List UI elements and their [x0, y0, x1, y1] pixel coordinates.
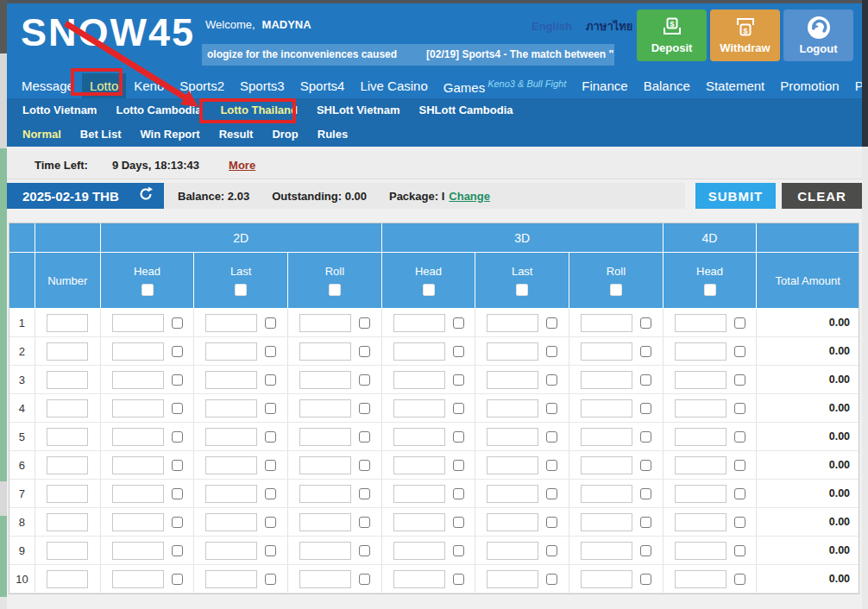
main-nav-item[interactable]: Balance: [636, 73, 698, 98]
4d-head-amount-input[interactable]: [675, 456, 726, 474]
2d-roll-amount-input[interactable]: [299, 485, 351, 503]
number-input[interactable]: [47, 428, 88, 446]
2d-last-amount-input[interactable]: [205, 342, 257, 361]
2d-roll-checkbox[interactable]: [359, 317, 370, 329]
3d-roll-checkbox[interactable]: [640, 545, 651, 556]
section-tab[interactable]: Drop: [262, 122, 307, 147]
2d-roll-amount-input[interactable]: [299, 513, 351, 531]
2d-roll-checkbox[interactable]: [359, 488, 370, 499]
2d-last-amount-input[interactable]: [205, 456, 257, 474]
3d-head-amount-input[interactable]: [393, 456, 445, 474]
2d-head-amount-input[interactable]: [112, 513, 164, 531]
3d-last-checkbox[interactable]: [546, 574, 557, 585]
2d-last-checkbox[interactable]: [265, 574, 276, 585]
withdraw-button[interactable]: $ Withdraw: [710, 9, 780, 61]
2d-roll-amount-input[interactable]: [299, 314, 351, 332]
number-input[interactable]: [47, 513, 88, 531]
4d-head-checkbox[interactable]: [734, 317, 745, 329]
3d-head-checkbox[interactable]: [453, 346, 464, 357]
3d-roll-checkbox[interactable]: [640, 374, 651, 386]
4d-head-amount-input[interactable]: [675, 371, 726, 389]
3d-roll-checkbox[interactable]: [640, 488, 651, 499]
main-nav-item[interactable]: Sports4: [292, 73, 353, 98]
section-tab[interactable]: Normal: [13, 122, 71, 147]
main-nav-item-games[interactable]: GamesKeno3 & Bull Fight: [436, 73, 574, 98]
draw-date-selector[interactable]: 2025-02-19 THB: [7, 183, 164, 209]
3d-head-checkbox[interactable]: [453, 460, 464, 471]
3d-head-amount-input[interactable]: [393, 513, 445, 531]
3d-roll-amount-input[interactable]: [581, 314, 632, 332]
3d-last-checkbox[interactable]: [546, 545, 557, 556]
2d-last-amount-input[interactable]: [205, 570, 257, 588]
select-all-3d-roll-checkbox[interactable]: [610, 284, 622, 296]
3d-last-amount-input[interactable]: [487, 485, 538, 503]
main-nav-item[interactable]: Statement: [698, 73, 772, 98]
2d-roll-amount-input[interactable]: [299, 371, 351, 389]
select-all-2d-head-checkbox[interactable]: [142, 284, 154, 296]
main-nav-item[interactable]: Sports2: [172, 73, 232, 98]
3d-roll-amount-input[interactable]: [581, 371, 632, 389]
2d-roll-amount-input[interactable]: [299, 399, 351, 418]
logout-button[interactable]: Logout: [783, 9, 853, 61]
3d-head-checkbox[interactable]: [453, 517, 464, 528]
select-all-2d-last-checkbox[interactable]: [235, 284, 247, 296]
4d-head-checkbox[interactable]: [734, 545, 745, 556]
main-nav-item[interactable]: Password: [847, 73, 862, 98]
4d-head-checkbox[interactable]: [734, 374, 745, 386]
4d-head-checkbox[interactable]: [734, 574, 745, 585]
2d-roll-checkbox[interactable]: [359, 346, 370, 357]
3d-last-checkbox[interactable]: [546, 317, 557, 329]
3d-roll-amount-input[interactable]: [581, 399, 632, 418]
2d-head-checkbox[interactable]: [172, 574, 183, 585]
2d-last-amount-input[interactable]: [205, 371, 257, 389]
3d-last-amount-input[interactable]: [487, 314, 538, 332]
3d-head-amount-input[interactable]: [393, 399, 445, 418]
2d-last-checkbox[interactable]: [265, 346, 276, 357]
3d-last-amount-input[interactable]: [487, 428, 538, 446]
submit-button[interactable]: SUBMIT: [695, 183, 776, 209]
3d-roll-amount-input[interactable]: [581, 342, 632, 361]
number-input[interactable]: [47, 542, 88, 560]
4d-head-amount-input[interactable]: [675, 399, 726, 418]
sub-nav-item[interactable]: Lotto Vietnam: [13, 98, 106, 122]
vertical-scrollbar[interactable]: [862, 0, 868, 609]
scrollbar-thumb[interactable]: [862, 0, 868, 147]
select-all-2d-roll-checkbox[interactable]: [329, 284, 341, 296]
lang-thai-link[interactable]: ภาษาไทย: [586, 20, 632, 33]
section-tab[interactable]: Bet List: [71, 122, 131, 147]
2d-roll-checkbox[interactable]: [359, 431, 370, 443]
2d-last-amount-input[interactable]: [205, 399, 257, 418]
3d-roll-amount-input[interactable]: [581, 456, 632, 474]
2d-roll-checkbox[interactable]: [359, 460, 370, 471]
3d-last-amount-input[interactable]: [487, 570, 538, 588]
3d-head-checkbox[interactable]: [453, 545, 464, 556]
main-nav-item[interactable]: Promotion: [772, 73, 846, 98]
4d-head-amount-input[interactable]: [675, 342, 726, 361]
sub-nav-item[interactable]: SHLott Cambodia: [409, 98, 522, 122]
4d-head-checkbox[interactable]: [734, 431, 745, 443]
3d-roll-amount-input[interactable]: [581, 513, 632, 531]
more-link[interactable]: More: [229, 159, 255, 172]
3d-head-checkbox[interactable]: [453, 317, 464, 329]
3d-head-amount-input[interactable]: [393, 342, 445, 361]
2d-last-checkbox[interactable]: [265, 317, 276, 329]
2d-head-amount-input[interactable]: [112, 542, 164, 560]
3d-last-checkbox[interactable]: [546, 431, 557, 443]
number-input[interactable]: [47, 485, 88, 503]
number-input[interactable]: [47, 314, 88, 332]
4d-head-amount-input[interactable]: [675, 428, 726, 446]
number-input[interactable]: [47, 456, 88, 474]
2d-roll-checkbox[interactable]: [359, 374, 370, 386]
2d-head-amount-input[interactable]: [112, 456, 164, 474]
3d-last-amount-input[interactable]: [487, 513, 538, 531]
2d-last-amount-input[interactable]: [205, 513, 257, 531]
4d-head-amount-input[interactable]: [675, 314, 726, 332]
2d-last-amount-input[interactable]: [205, 314, 257, 332]
number-input[interactable]: [47, 399, 88, 418]
3d-head-amount-input[interactable]: [393, 570, 445, 588]
3d-roll-amount-input[interactable]: [581, 485, 632, 503]
4d-head-amount-input[interactable]: [675, 513, 726, 531]
refresh-icon[interactable]: [138, 186, 154, 205]
4d-head-checkbox[interactable]: [734, 346, 745, 357]
2d-roll-amount-input[interactable]: [299, 570, 351, 588]
